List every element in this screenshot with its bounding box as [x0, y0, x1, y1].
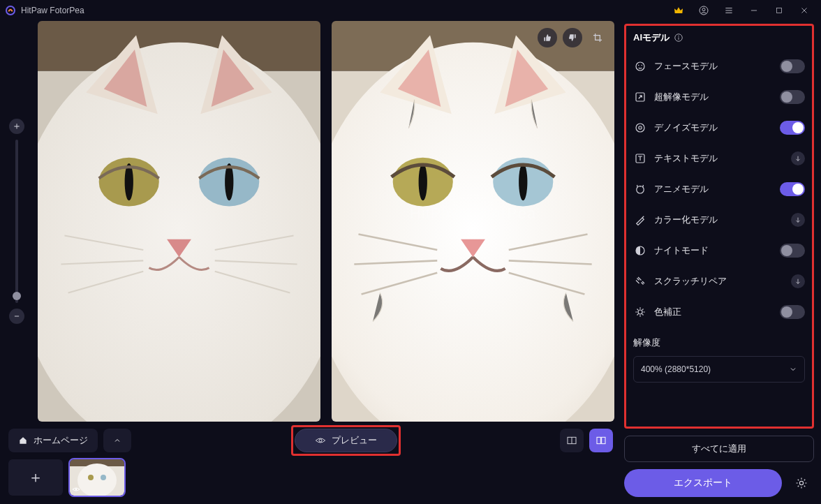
- model-row-0[interactable]: フェースモデル: [633, 51, 805, 82]
- svg-point-41: [638, 310, 642, 314]
- model-row-1[interactable]: 超解像モデル: [633, 82, 805, 112]
- svg-point-39: [639, 186, 641, 188]
- svg-point-2: [702, 8, 705, 11]
- zoom-in-button[interactable]: ＋: [9, 119, 24, 134]
- settings-button[interactable]: [789, 470, 814, 496]
- svg-point-13: [332, 43, 614, 422]
- model-expand[interactable]: [791, 274, 805, 288]
- zoom-thumb[interactable]: [13, 292, 21, 300]
- chevron-up-icon: [113, 436, 121, 445]
- svg-point-26: [101, 475, 106, 480]
- watermark-text: HitPaw FotorPea: [410, 205, 536, 223]
- preview-label: プレビュー: [332, 434, 377, 447]
- resolution-select[interactable]: 400% (2880*5120): [633, 356, 805, 383]
- model-label: アニメモデル: [654, 184, 773, 195]
- model-row-3[interactable]: テキストモデル: [633, 143, 805, 174]
- svg-point-0: [6, 6, 15, 15]
- toolbar: ホームページ プレビュー: [4, 422, 617, 455]
- svg-point-10: [225, 163, 233, 200]
- model-row-8[interactable]: 色補正: [633, 297, 805, 327]
- thumbs-down-button[interactable]: [563, 28, 582, 47]
- model-label: 色補正: [654, 306, 773, 318]
- preview-highlight: プレビュー: [291, 425, 401, 456]
- denoise-icon: [633, 121, 647, 135]
- model-label: スクラッチリペア: [654, 276, 784, 288]
- svg-point-27: [75, 489, 77, 491]
- scratch-icon: [633, 274, 647, 288]
- model-toggle[interactable]: [780, 90, 805, 104]
- close-button[interactable]: [792, 1, 817, 20]
- svg-point-42: [799, 481, 803, 484]
- chevron-down-icon: [789, 365, 797, 373]
- model-row-5[interactable]: カラー化モデル: [633, 205, 805, 235]
- model-label: フェースモデル: [654, 61, 773, 73]
- svg-point-24: [77, 464, 117, 496]
- zoom-out-button[interactable]: －: [9, 309, 24, 324]
- zoom-track[interactable]: [15, 140, 18, 303]
- model-expand[interactable]: [791, 151, 805, 165]
- crown-icon[interactable]: [666, 1, 691, 20]
- thumbnail-1[interactable]: [70, 459, 124, 496]
- export-button[interactable]: エクスポート: [624, 469, 782, 497]
- app-title: HitPaw FotorPea: [21, 6, 84, 15]
- night-icon: [633, 244, 647, 258]
- model-toggle[interactable]: [780, 121, 805, 135]
- info-icon[interactable]: [674, 33, 683, 43]
- crop-button[interactable]: [588, 28, 607, 47]
- home-label: ホームページ: [34, 434, 88, 447]
- model-expand[interactable]: [791, 213, 805, 227]
- brightness-icon: [633, 305, 647, 319]
- sidebar-highlight: AIモデル フェースモデル超解像モデルデノイズモデルテキストモデルアニメモデルカ…: [624, 24, 814, 429]
- model-label: デノイズモデル: [654, 122, 773, 134]
- model-row-2[interactable]: デノイズモデル: [633, 112, 805, 143]
- svg-point-17: [519, 163, 527, 200]
- svg-point-16: [419, 163, 427, 200]
- minimize-button[interactable]: [741, 1, 767, 20]
- eye-icon: [315, 435, 326, 446]
- svg-point-25: [88, 475, 94, 480]
- eye-icon: [72, 485, 80, 494]
- thumbs-up-button[interactable]: [538, 28, 557, 47]
- face-icon: [633, 59, 647, 73]
- sidebar-title: AIモデル: [633, 31, 805, 44]
- model-row-7[interactable]: スクラッチリペア: [633, 266, 805, 297]
- colorize-icon: [633, 213, 647, 227]
- anime-icon: [633, 182, 647, 196]
- thumbnail-strip: ＋: [4, 455, 617, 500]
- gear-icon: [795, 477, 808, 489]
- model-toggle[interactable]: [780, 244, 805, 258]
- model-toggle[interactable]: [780, 305, 805, 319]
- workspace: ＋ －: [0, 21, 621, 504]
- model-label: 超解像モデル: [654, 91, 773, 103]
- svg-point-18: [319, 439, 322, 442]
- model-label: ナイトモード: [654, 245, 773, 257]
- home-icon: [18, 436, 28, 445]
- svg-point-32: [642, 65, 643, 66]
- model-toggle[interactable]: [780, 182, 805, 196]
- apply-all-button[interactable]: すべてに適用: [624, 436, 814, 462]
- app-logo-icon: [4, 4, 17, 17]
- model-row-6[interactable]: ナイトモード: [633, 235, 805, 266]
- model-row-4[interactable]: アニメモデル: [633, 174, 805, 205]
- home-button[interactable]: ホームページ: [8, 429, 98, 452]
- after-image-pane[interactable]: HitPaw FotorPea: [332, 21, 614, 422]
- svg-point-30: [636, 62, 644, 71]
- add-image-button[interactable]: ＋: [8, 459, 63, 496]
- svg-rect-3: [777, 8, 782, 13]
- maximize-button[interactable]: [767, 1, 792, 20]
- model-label: カラー化モデル: [654, 214, 784, 226]
- collapse-button[interactable]: [103, 429, 131, 452]
- view-toggle-group: [560, 429, 613, 452]
- before-image-pane[interactable]: [38, 21, 320, 422]
- menu-icon[interactable]: [716, 1, 741, 20]
- side-by-side-button[interactable]: [589, 429, 613, 452]
- svg-point-29: [678, 36, 679, 36]
- model-toggle[interactable]: [780, 59, 805, 73]
- zoom-slider[interactable]: ＋ －: [7, 21, 27, 422]
- profile-icon[interactable]: [691, 1, 716, 20]
- svg-point-6: [38, 43, 320, 422]
- compare-slider-button[interactable]: [560, 429, 584, 452]
- svg-rect-20: [597, 437, 600, 443]
- upscale-icon: [633, 90, 647, 104]
- preview-button[interactable]: プレビュー: [295, 429, 397, 452]
